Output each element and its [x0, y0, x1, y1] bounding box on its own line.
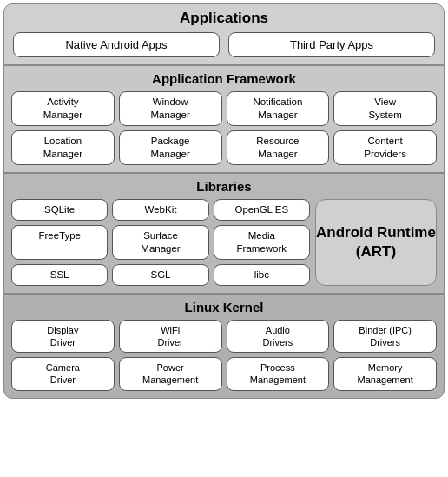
lib-freetype: FreeType	[11, 225, 108, 260]
android-runtime: Android Runtime(ART)	[315, 199, 437, 286]
kernel-power-management: PowerManagement	[119, 357, 222, 391]
app-wrapper: Applications Native Android Apps Third P…	[0, 0, 448, 477]
fw-item-activity-manager: ActivityManager	[11, 91, 115, 126]
lib-media-framework: MediaFramework	[214, 225, 310, 260]
lib-ssl: SSL	[11, 264, 108, 286]
native-android-apps: Native Android Apps	[13, 32, 220, 57]
framework-title: Application Framework	[11, 71, 437, 86]
kernel-memory-management: MemoryManagement	[333, 357, 437, 391]
kernel-display-driver: DisplayDriver	[11, 320, 115, 354]
fw-item-resource-manager: ResourceManager	[227, 130, 330, 165]
lib-webkit: WebKit	[112, 199, 208, 221]
section-framework: Application Framework ActivityManager Wi…	[3, 65, 445, 173]
framework-grid: ActivityManager WindowManager Notificati…	[11, 91, 437, 165]
lib-sqlite: SQLite	[11, 199, 108, 221]
kernel-wifi-driver: WiFiDriver	[119, 320, 222, 354]
fw-item-package-manager: PackageManager	[119, 130, 222, 165]
kernel-process-management: ProcessManagement	[227, 357, 330, 391]
applications-title: Applications	[13, 10, 435, 27]
fw-item-notification-manager: NotificationManager	[227, 91, 330, 126]
libraries-title: Libraries	[11, 179, 437, 194]
kernel-title: Linux Kernel	[11, 300, 437, 315]
libraries-inner: SQLite WebKit OpenGL ES FreeType Surface…	[11, 199, 437, 286]
kernel-grid: DisplayDriver WiFiDriver AudioDrivers Bi…	[11, 320, 437, 391]
section-libraries: Libraries SQLite WebKit OpenGL ES FreeTy…	[3, 173, 445, 294]
fw-item-content-providers: ContentProviders	[333, 130, 437, 165]
lib-opengl: OpenGL ES	[214, 199, 310, 221]
fw-item-view-system: ViewSystem	[333, 91, 437, 126]
kernel-audio-drivers: AudioDrivers	[227, 320, 330, 354]
apps-row: Native Android Apps Third Party Apps	[13, 32, 435, 57]
lib-libc: libc	[214, 264, 310, 286]
fw-item-window-manager: WindowManager	[119, 91, 222, 126]
fw-item-location-manager: LocationManager	[11, 130, 115, 165]
lib-sgl: SGL	[112, 264, 208, 286]
section-kernel: Linux Kernel DisplayDriver WiFiDriver Au…	[3, 294, 445, 399]
lib-surface-manager: SurfaceManager	[112, 225, 208, 260]
lib-left: SQLite WebKit OpenGL ES FreeType Surface…	[11, 199, 310, 286]
third-party-apps: Third Party Apps	[228, 32, 435, 57]
kernel-camera-driver: CameraDriver	[11, 357, 115, 391]
kernel-binder-drivers: Binder (IPC)Drivers	[333, 320, 437, 354]
section-applications: Applications Native Android Apps Third P…	[3, 3, 445, 65]
lib-grid: SQLite WebKit OpenGL ES FreeType Surface…	[11, 199, 310, 286]
